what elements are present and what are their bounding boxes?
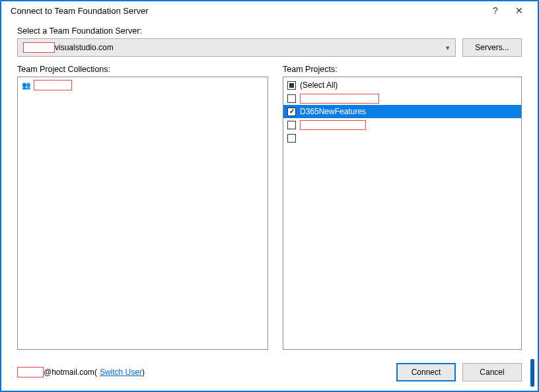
project-item-selected[interactable]: D365NewFeatures: [283, 105, 521, 118]
dialog-title: Connect to Team Foundation Server: [11, 6, 484, 16]
paren-open: (: [94, 368, 97, 377]
current-user: @hotmail.com ( Switch User ): [17, 367, 390, 377]
team-icon: 👥: [22, 81, 31, 90]
collection-name-redacted: [34, 80, 72, 90]
columns: Team Project Collections: 👥 Team Project…: [17, 65, 522, 350]
server-combo[interactable]: visualstudio.com ▾: [17, 38, 456, 57]
project-checkbox[interactable]: [287, 108, 296, 116]
connect-button[interactable]: Connect: [396, 363, 456, 381]
user-redacted: [17, 367, 44, 377]
server-value: visualstudio.com: [55, 43, 442, 52]
collections-column: Team Project Collections: 👥: [17, 65, 268, 350]
project-checkbox[interactable]: [287, 134, 296, 143]
project-name-redacted: [300, 120, 366, 130]
switch-user-link[interactable]: Switch User: [100, 368, 142, 377]
project-name: D365NewFeatures: [300, 107, 366, 116]
cancel-button[interactable]: Cancel: [462, 363, 522, 381]
project-select-all[interactable]: (Select All): [283, 79, 521, 92]
select-all-checkbox[interactable]: [287, 81, 296, 90]
select-server-label: Select a Team Foundation Server:: [17, 26, 522, 36]
close-icon[interactable]: ✕: [507, 5, 531, 16]
project-name-redacted: [300, 94, 379, 104]
dialog-content: Select a Team Foundation Server: visuals…: [1, 20, 538, 356]
chevron-down-icon: ▾: [446, 44, 450, 52]
dialog-footer: @hotmail.com ( Switch User ) Connect Can…: [1, 356, 538, 391]
help-icon[interactable]: ?: [484, 5, 507, 16]
servers-button[interactable]: Servers...: [462, 38, 522, 57]
project-item[interactable]: [283, 131, 521, 145]
scrollbar-thumb[interactable]: [530, 359, 534, 387]
connect-tfs-dialog: Connect to Team Foundation Server ? ✕ Se…: [0, 0, 539, 392]
user-email-suffix: @hotmail.com: [44, 368, 94, 377]
collections-listbox[interactable]: 👥: [17, 77, 268, 350]
collection-item[interactable]: 👥: [18, 79, 268, 92]
projects-label: Team Projects:: [283, 65, 522, 74]
titlebar: Connect to Team Foundation Server ? ✕: [1, 1, 538, 20]
project-item[interactable]: [283, 92, 521, 105]
projects-listbox[interactable]: (Select All) D365NewFeatures: [283, 77, 522, 350]
project-item[interactable]: [283, 118, 521, 131]
project-checkbox[interactable]: [287, 121, 296, 129]
collections-label: Team Project Collections:: [17, 65, 268, 74]
server-row: visualstudio.com ▾ Servers...: [17, 38, 522, 57]
paren-close: ): [142, 368, 145, 377]
projects-column: Team Projects: (Select All) D365NewFeatu…: [283, 65, 522, 350]
project-checkbox[interactable]: [287, 94, 296, 103]
select-all-label: (Select All): [300, 81, 338, 90]
server-redacted-prefix: [23, 42, 55, 53]
